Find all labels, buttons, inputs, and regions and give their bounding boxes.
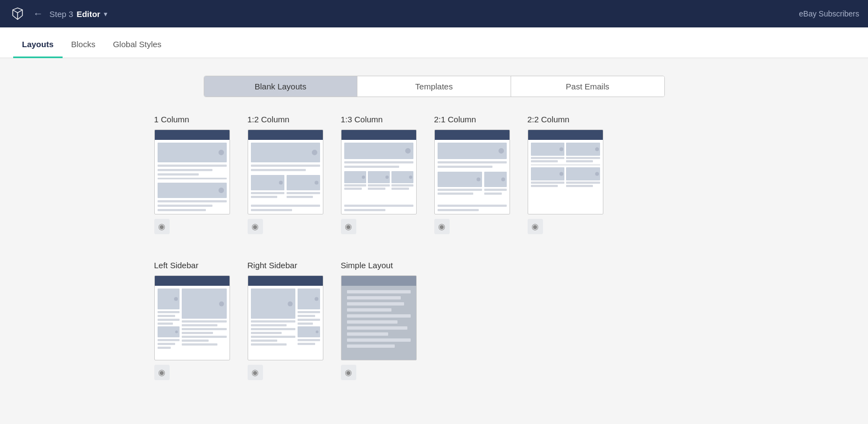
campaign-name: eBay Subscribers [799,9,859,18]
preview-icon-2-1col[interactable]: ◉ [434,219,450,234]
layout-thumb-2-2col[interactable] [528,129,603,214]
layout-label-right-sidebar: Right Sidebar [248,261,298,270]
layout-thumb-simple-layout[interactable] [341,275,417,360]
layout-thumb-1-2col[interactable] [248,129,323,214]
layout-label-1-2col: 1:2 Column [248,115,290,124]
layout-thumb-1-3col[interactable] [341,129,417,214]
layouts-row-1: 1 Column [154,115,714,234]
main-content: Blank Layouts Templates Past Emails 1 Co… [0,58,868,424]
preview-icon-2-2col[interactable]: ◉ [528,219,543,234]
layout-item-1col[interactable]: 1 Column [154,115,230,234]
layout-thumb-1col[interactable] [154,129,230,214]
layout-item-left-sidebar[interactable]: Left Sidebar [154,261,230,380]
secondary-nav: Layouts Blocks Global Styles [0,27,868,58]
tab-blocks[interactable]: Blocks [63,39,104,58]
layout-label-2-1col: 2:1 Column [434,115,477,124]
editor-label: Editor [76,9,100,19]
layout-thumb-right-sidebar[interactable] [248,275,323,360]
subtab-past-emails[interactable]: Past Emails [511,76,664,97]
subtab-blank-layouts[interactable]: Blank Layouts [204,76,358,97]
layout-item-1-3col[interactable]: 1:3 Column [341,115,417,234]
preview-icon-1-2col[interactable]: ◉ [248,219,263,234]
layout-label-2-2col: 2:2 Column [528,115,570,124]
preview-icon-1col[interactable]: ◉ [154,219,170,234]
subtabs-container: Blank Layouts Templates Past Emails [0,76,868,97]
app-logo[interactable] [9,5,26,22]
back-button[interactable]: ← [33,9,43,19]
preview-icon-1-3col[interactable]: ◉ [341,219,356,234]
layout-label-left-sidebar: Left Sidebar [154,261,199,270]
layout-thumb-left-sidebar[interactable] [154,275,230,360]
tab-global-styles[interactable]: Global Styles [104,39,170,58]
tab-layouts[interactable]: Layouts [13,39,63,58]
preview-icon-right-sidebar[interactable]: ◉ [248,365,263,380]
layout-item-right-sidebar[interactable]: Right Sidebar [248,261,323,380]
preview-icon-simple-layout[interactable]: ◉ [341,365,356,380]
preview-icon-left-sidebar[interactable]: ◉ [154,365,170,380]
layouts-grid: 1 Column [132,115,736,380]
layout-thumb-2-1col[interactable] [434,129,510,214]
layout-item-2-1col[interactable]: 2:1 Column [434,115,510,234]
step-label: Step 3 [49,9,73,19]
subtabs: Blank Layouts Templates Past Emails [204,76,665,97]
layout-label-1col: 1 Column [154,115,189,124]
layout-item-2-2col[interactable]: 2:2 Column [528,115,603,234]
layouts-row-2: Left Sidebar [154,261,714,380]
topbar: ← Step 3 Editor ▾ eBay Subscribers [0,0,868,27]
editor-dropdown-icon[interactable]: ▾ [104,10,108,18]
layout-item-1-2col[interactable]: 1:2 Column [248,115,323,234]
subtab-templates[interactable]: Templates [357,76,511,97]
layout-item-simple-layout[interactable]: Simple Layout [341,261,417,380]
layout-label-simple-layout: Simple Layout [341,261,393,270]
layout-label-1-3col: 1:3 Column [341,115,383,124]
